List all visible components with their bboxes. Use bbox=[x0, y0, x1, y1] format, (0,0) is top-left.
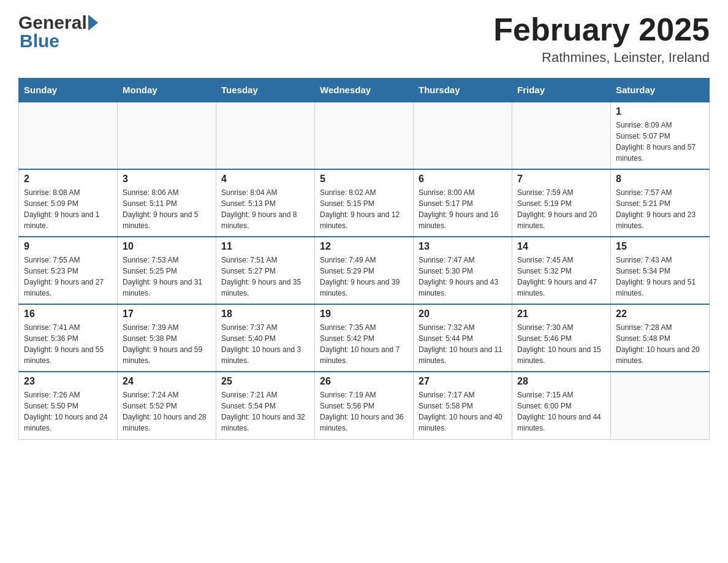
day-number: 20 bbox=[419, 308, 507, 320]
calendar-cell bbox=[216, 102, 315, 169]
calendar-cell: 15Sunrise: 7:43 AM Sunset: 5:34 PM Dayli… bbox=[611, 237, 710, 304]
day-number: 24 bbox=[123, 376, 211, 387]
calendar-week-5: 23Sunrise: 7:26 AM Sunset: 5:50 PM Dayli… bbox=[19, 372, 710, 439]
day-number: 15 bbox=[616, 241, 704, 252]
day-number: 14 bbox=[517, 241, 605, 252]
day-info: Sunrise: 8:06 AM Sunset: 5:11 PM Dayligh… bbox=[123, 187, 211, 231]
calendar-cell: 11Sunrise: 7:51 AM Sunset: 5:27 PM Dayli… bbox=[216, 237, 315, 304]
day-number: 21 bbox=[517, 308, 605, 320]
day-number: 27 bbox=[419, 376, 507, 387]
calendar-cell: 27Sunrise: 7:17 AM Sunset: 5:58 PM Dayli… bbox=[414, 372, 512, 439]
calendar-cell: 23Sunrise: 7:26 AM Sunset: 5:50 PM Dayli… bbox=[19, 372, 118, 439]
calendar-cell: 18Sunrise: 7:37 AM Sunset: 5:40 PM Dayli… bbox=[216, 304, 315, 372]
day-info: Sunrise: 7:37 AM Sunset: 5:40 PM Dayligh… bbox=[221, 322, 309, 366]
page-header: General Blue February 2025 Rathmines, Le… bbox=[18, 12, 710, 66]
calendar-cell: 9Sunrise: 7:55 AM Sunset: 5:23 PM Daylig… bbox=[19, 237, 118, 304]
logo-triangle-icon bbox=[88, 15, 98, 31]
day-number: 5 bbox=[320, 174, 408, 185]
day-info: Sunrise: 7:43 AM Sunset: 5:34 PM Dayligh… bbox=[616, 255, 704, 299]
day-number: 4 bbox=[221, 174, 309, 185]
month-title: February 2025 bbox=[493, 12, 710, 47]
calendar-cell: 2Sunrise: 8:08 AM Sunset: 5:09 PM Daylig… bbox=[19, 169, 118, 237]
day-number: 2 bbox=[24, 174, 112, 185]
day-number: 3 bbox=[123, 174, 211, 185]
calendar-week-1: 1Sunrise: 8:09 AM Sunset: 5:07 PM Daylig… bbox=[19, 102, 710, 169]
calendar-cell: 21Sunrise: 7:30 AM Sunset: 5:46 PM Dayli… bbox=[512, 304, 611, 372]
day-number: 9 bbox=[24, 241, 112, 252]
day-info: Sunrise: 7:49 AM Sunset: 5:29 PM Dayligh… bbox=[320, 255, 408, 299]
calendar-cell: 17Sunrise: 7:39 AM Sunset: 5:38 PM Dayli… bbox=[118, 304, 216, 372]
logo: General Blue bbox=[18, 12, 98, 52]
column-header-sunday: Sunday bbox=[19, 79, 118, 102]
day-info: Sunrise: 7:53 AM Sunset: 5:25 PM Dayligh… bbox=[123, 255, 211, 299]
calendar-cell: 1Sunrise: 8:09 AM Sunset: 5:07 PM Daylig… bbox=[611, 102, 710, 169]
calendar-cell: 19Sunrise: 7:35 AM Sunset: 5:42 PM Dayli… bbox=[315, 304, 414, 372]
day-number: 17 bbox=[123, 308, 211, 320]
calendar-cell: 12Sunrise: 7:49 AM Sunset: 5:29 PM Dayli… bbox=[315, 237, 414, 304]
day-info: Sunrise: 7:30 AM Sunset: 5:46 PM Dayligh… bbox=[517, 322, 605, 366]
calendar-cell: 4Sunrise: 8:04 AM Sunset: 5:13 PM Daylig… bbox=[216, 169, 315, 237]
calendar-cell: 6Sunrise: 8:00 AM Sunset: 5:17 PM Daylig… bbox=[414, 169, 512, 237]
day-info: Sunrise: 8:04 AM Sunset: 5:13 PM Dayligh… bbox=[221, 187, 309, 231]
day-info: Sunrise: 7:21 AM Sunset: 5:54 PM Dayligh… bbox=[221, 389, 309, 434]
day-info: Sunrise: 8:09 AM Sunset: 5:07 PM Dayligh… bbox=[616, 120, 704, 164]
day-number: 25 bbox=[221, 376, 309, 387]
day-number: 26 bbox=[320, 376, 408, 387]
calendar-cell: 7Sunrise: 7:59 AM Sunset: 5:19 PM Daylig… bbox=[512, 169, 611, 237]
day-number: 7 bbox=[517, 174, 605, 185]
calendar-cell bbox=[611, 372, 710, 439]
calendar-cell: 22Sunrise: 7:28 AM Sunset: 5:48 PM Dayli… bbox=[611, 304, 710, 372]
calendar-table: SundayMondayTuesdayWednesdayThursdayFrid… bbox=[18, 78, 710, 440]
calendar-cell: 16Sunrise: 7:41 AM Sunset: 5:36 PM Dayli… bbox=[19, 304, 118, 372]
calendar-cell bbox=[19, 102, 118, 169]
column-header-wednesday: Wednesday bbox=[315, 79, 414, 102]
calendar-cell: 24Sunrise: 7:24 AM Sunset: 5:52 PM Dayli… bbox=[118, 372, 216, 439]
day-info: Sunrise: 7:15 AM Sunset: 6:00 PM Dayligh… bbox=[517, 389, 605, 434]
column-header-tuesday: Tuesday bbox=[216, 79, 315, 102]
day-info: Sunrise: 8:08 AM Sunset: 5:09 PM Dayligh… bbox=[24, 187, 112, 231]
column-header-saturday: Saturday bbox=[611, 79, 710, 102]
day-info: Sunrise: 7:59 AM Sunset: 5:19 PM Dayligh… bbox=[517, 187, 605, 231]
calendar-cell: 3Sunrise: 8:06 AM Sunset: 5:11 PM Daylig… bbox=[118, 169, 216, 237]
calendar-cell: 26Sunrise: 7:19 AM Sunset: 5:56 PM Dayli… bbox=[315, 372, 414, 439]
day-info: Sunrise: 7:57 AM Sunset: 5:21 PM Dayligh… bbox=[616, 187, 704, 231]
calendar-cell bbox=[512, 102, 611, 169]
day-info: Sunrise: 7:24 AM Sunset: 5:52 PM Dayligh… bbox=[123, 389, 211, 434]
day-number: 23 bbox=[24, 376, 112, 387]
day-number: 12 bbox=[320, 241, 408, 252]
day-info: Sunrise: 7:45 AM Sunset: 5:32 PM Dayligh… bbox=[517, 255, 605, 299]
calendar-cell: 10Sunrise: 7:53 AM Sunset: 5:25 PM Dayli… bbox=[118, 237, 216, 304]
day-number: 13 bbox=[419, 241, 507, 252]
day-number: 8 bbox=[616, 174, 704, 185]
day-info: Sunrise: 7:47 AM Sunset: 5:30 PM Dayligh… bbox=[419, 255, 507, 299]
column-header-friday: Friday bbox=[512, 79, 611, 102]
day-info: Sunrise: 7:41 AM Sunset: 5:36 PM Dayligh… bbox=[24, 322, 112, 366]
calendar-cell bbox=[315, 102, 414, 169]
calendar-cell bbox=[414, 102, 512, 169]
calendar-cell: 8Sunrise: 7:57 AM Sunset: 5:21 PM Daylig… bbox=[611, 169, 710, 237]
day-info: Sunrise: 7:55 AM Sunset: 5:23 PM Dayligh… bbox=[24, 255, 112, 299]
day-info: Sunrise: 7:39 AM Sunset: 5:38 PM Dayligh… bbox=[123, 322, 211, 366]
calendar-cell: 13Sunrise: 7:47 AM Sunset: 5:30 PM Dayli… bbox=[414, 237, 512, 304]
calendar-cell: 14Sunrise: 7:45 AM Sunset: 5:32 PM Dayli… bbox=[512, 237, 611, 304]
day-info: Sunrise: 7:19 AM Sunset: 5:56 PM Dayligh… bbox=[320, 389, 408, 434]
day-number: 28 bbox=[517, 376, 605, 387]
day-info: Sunrise: 7:51 AM Sunset: 5:27 PM Dayligh… bbox=[221, 255, 309, 299]
calendar-header-row: SundayMondayTuesdayWednesdayThursdayFrid… bbox=[19, 79, 710, 102]
calendar-cell: 20Sunrise: 7:32 AM Sunset: 5:44 PM Dayli… bbox=[414, 304, 512, 372]
day-info: Sunrise: 7:26 AM Sunset: 5:50 PM Dayligh… bbox=[24, 389, 112, 434]
calendar-cell: 25Sunrise: 7:21 AM Sunset: 5:54 PM Dayli… bbox=[216, 372, 315, 439]
day-number: 11 bbox=[221, 241, 309, 252]
day-number: 10 bbox=[123, 241, 211, 252]
day-number: 1 bbox=[616, 106, 704, 117]
day-info: Sunrise: 7:32 AM Sunset: 5:44 PM Dayligh… bbox=[419, 322, 507, 366]
day-info: Sunrise: 7:35 AM Sunset: 5:42 PM Dayligh… bbox=[320, 322, 408, 366]
day-number: 6 bbox=[419, 174, 507, 185]
calendar-cell: 5Sunrise: 8:02 AM Sunset: 5:15 PM Daylig… bbox=[315, 169, 414, 237]
calendar-week-4: 16Sunrise: 7:41 AM Sunset: 5:36 PM Dayli… bbox=[19, 304, 710, 372]
day-number: 16 bbox=[24, 308, 112, 320]
day-number: 22 bbox=[616, 308, 704, 320]
day-info: Sunrise: 7:17 AM Sunset: 5:58 PM Dayligh… bbox=[419, 389, 507, 434]
column-header-monday: Monday bbox=[118, 79, 216, 102]
day-number: 18 bbox=[221, 308, 309, 320]
